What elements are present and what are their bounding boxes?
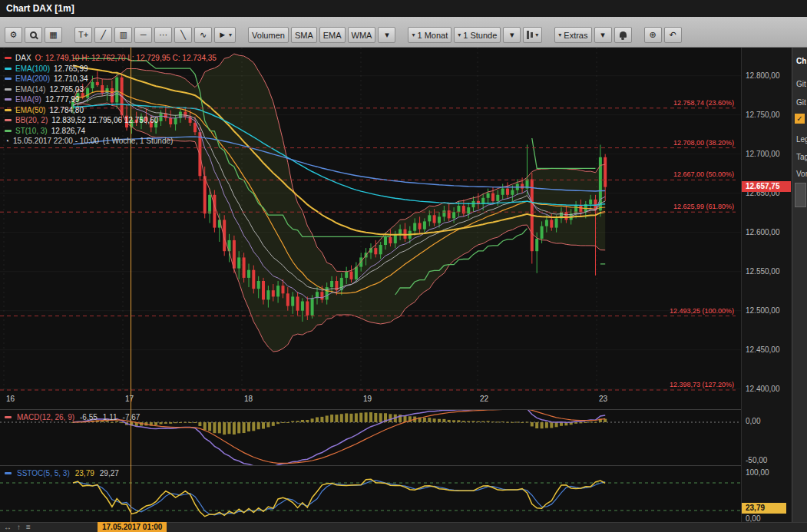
price-axis[interactable]: 12.657,75 23,79 12.800,0012.750,0012.700… [741, 48, 792, 522]
sidebar-item-git[interactable]: Git [796, 98, 806, 107]
settings-sidebar[interactable]: ChGitGit✓LegTagVor [792, 48, 807, 522]
trendline-tool-button[interactable]: ╱ [94, 27, 112, 43]
legend-value: 12.710,34 [54, 74, 88, 83]
price-axis-label: 12.700,00 [746, 150, 780, 158]
extra-dropdown-1-button[interactable]: ▾ [503, 27, 521, 43]
ray-tool-button[interactable]: ╲ [174, 27, 192, 43]
sma-label: SMA [295, 31, 313, 40]
chart-type-button[interactable]: ▾ [523, 27, 542, 43]
volumen-button[interactable]: Volumen [248, 27, 289, 43]
sidebar-item-vor[interactable]: Vor [796, 170, 807, 178]
stochastic-panel[interactable]: SSTOC(5, 5, 3)23,7929,27 [0, 465, 741, 522]
window-title: Chart DAX [1m] [6, 3, 74, 14]
sma-button[interactable]: SMA [291, 27, 317, 43]
curve-tool-button[interactable]: ∿ [194, 27, 212, 43]
fib-level-label: 12.708,00 (38.20%) [673, 139, 734, 147]
legend-row: EMA(200)12.710,34 [5, 74, 217, 84]
extra-dropdown-2-button[interactable]: ▾ [594, 27, 612, 43]
series-marker-icon [5, 109, 12, 111]
legend-row: EMA(100)12.765,99 [5, 64, 217, 74]
macd-axis-label: -50,00 [746, 456, 767, 464]
settings-button[interactable]: ⚙ [5, 27, 22, 43]
text-tool-button[interactable]: T+ [74, 27, 92, 43]
legend-row: BB(20, 2)12.839,52 12.795,06 12.750,60 [5, 115, 217, 126]
sidebar-checkbox[interactable]: ✓ [795, 114, 805, 124]
indicator-dropdown-button[interactable]: ▾ [378, 27, 395, 43]
fib-level-label: 12.758,74 (23.60%) [673, 99, 734, 107]
stochastic-value: 23,79 [75, 469, 94, 477]
extras-menu-button[interactable]: ▾Extras [554, 27, 591, 43]
legend-value: 12.826,74 [51, 127, 86, 135]
dropdown-arrow-icon: ▾ [412, 32, 415, 38]
price-axis-label: 12.800,00 [746, 71, 780, 80]
x-axis-label: 19 [363, 395, 372, 403]
range-select-label: 1 Monat [417, 31, 448, 40]
wma-button[interactable]: WMA [348, 27, 376, 43]
dropdown-arrow-icon: ▾ [558, 32, 561, 38]
legend-label: BB(20, 2) [15, 116, 48, 124]
series-marker-icon [5, 78, 12, 80]
macd-panel[interactable]: MACD(12, 26, 9)-6,551,11-7,67 [0, 409, 741, 465]
extra-dropdown-1-icon: ▾ [510, 31, 514, 39]
fib-level-label: 12.493,25 (100.00%) [670, 307, 734, 315]
chart-window: Chart DAX [1m] ⚙▦T+╱▥─⋯╲∿►▾VolumenSMAEMA… [0, 0, 807, 532]
layout-grid-button[interactable]: ▦ [45, 27, 62, 43]
dropdown-arrow-icon: ▾ [535, 32, 538, 38]
series-marker-icon [5, 57, 12, 59]
legend-value: 12.784,80 [49, 106, 84, 114]
hline-tool-button[interactable]: ─ [134, 27, 152, 43]
legend-row: DAXO: 12.749,10 H: 12.762,70 L: 12.729,9… [5, 53, 217, 64]
jump-latest-icon[interactable]: ↑ [17, 523, 21, 532]
x-axis-label: 18 [244, 395, 253, 403]
settings-icon: ⚙ [10, 31, 18, 39]
alerts-button[interactable] [614, 27, 632, 43]
dropdown-arrow-icon: ▾ [229, 32, 232, 38]
legend-label: 15.05.2017 22:00 - 10:00 [13, 137, 99, 145]
legend-value: 12.839,52 12.795,06 12.750,60 [51, 116, 158, 124]
ema-button[interactable]: EMA [319, 27, 346, 43]
undo-button[interactable]: ↶ [664, 27, 682, 43]
window-title-bar: Chart DAX [1m] [0, 0, 807, 17]
legend-value: (1 Woche, 1 Stunde) [103, 137, 174, 145]
sidebar-item-git[interactable]: Git [796, 80, 806, 88]
x-axis-label: 16 [6, 395, 15, 403]
series-marker-icon [5, 68, 12, 70]
undo-icon: ↶ [669, 31, 676, 39]
fib-level-label: 12.667,00 (50.00%) [673, 170, 734, 178]
macd-value: 1,11 [103, 413, 117, 421]
volumen-label: Volumen [252, 31, 285, 40]
trendline-tool-icon: ╱ [101, 31, 106, 39]
more-tools-button[interactable]: ⋯ [154, 27, 172, 43]
scroll-horizontal-icon[interactable]: ↔ [4, 523, 12, 532]
text-tool-icon: T+ [78, 31, 88, 39]
stochastic-value-badge: 23,79 [742, 503, 786, 514]
price-chart-panel[interactable]: DAXO: 12.749,10 H: 12.762,70 L: 12.729,9… [0, 48, 741, 409]
series-marker-icon [5, 130, 12, 132]
interval-select-button[interactable]: ▾1 Stunde [454, 27, 501, 43]
toolbar: ⚙▦T+╱▥─⋯╲∿►▾VolumenSMAEMAWMA▾▾1 Monat▾1 … [0, 17, 807, 48]
sidebar-item-ch[interactable]: Ch [796, 57, 806, 65]
zoom-in-button[interactable]: ⊕ [644, 27, 662, 43]
sidebar-item-tag[interactable]: Tag [796, 153, 807, 161]
dropdown-arrow-icon: ▾ [458, 32, 461, 38]
legend-row: ◔15.05.2017 22:00 - 10:00(1 Woche, 1 Stu… [5, 136, 217, 147]
sidebar-button-fragment[interactable] [795, 183, 806, 207]
stochastic-value: 29,27 [100, 469, 119, 477]
legend-label: DAX [15, 54, 31, 62]
x-axis-label: 22 [480, 395, 488, 403]
grid-tool-button[interactable]: ▥ [114, 27, 132, 43]
layers-icon[interactable]: ≡ [26, 523, 31, 532]
pointer-tool-button[interactable]: ►▾ [214, 27, 236, 43]
series-marker-icon [5, 88, 12, 91]
macd-value: -6,55 [80, 413, 98, 421]
legend-value: 12.765,99 [54, 64, 88, 73]
macd-legend: MACD(12, 26, 9)-6,551,11-7,67 [5, 413, 140, 421]
stochastic-label: SSTOC(5, 5, 3) [17, 469, 70, 477]
sidebar-item-leg[interactable]: Leg [796, 135, 807, 144]
legend-label: EMA(200) [15, 74, 50, 83]
range-select-button[interactable]: ▾1 Monat [408, 27, 451, 43]
chart-legend: DAXO: 12.749,10 H: 12.762,70 L: 12.729,9… [5, 53, 217, 147]
stochastic-marker-icon [5, 472, 12, 474]
interval-select-label: 1 Stunde [463, 31, 497, 40]
search-button[interactable] [25, 27, 42, 43]
